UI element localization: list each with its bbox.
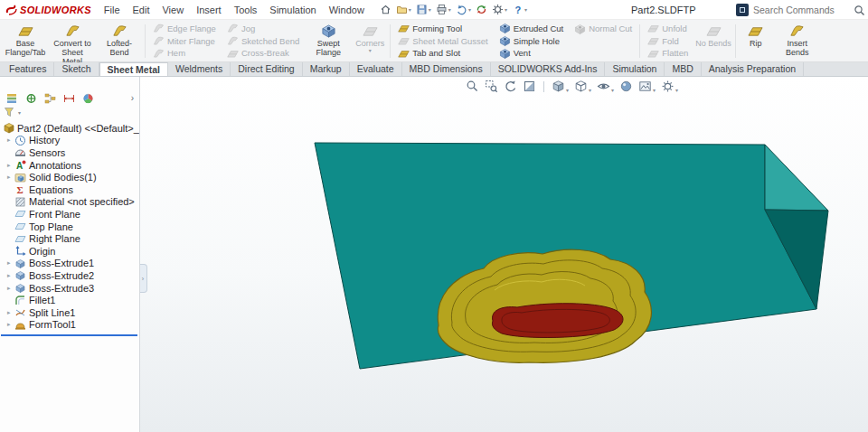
tree-item-formtool1[interactable]: ▸FormTool1 [0, 319, 139, 332]
tab-analysis-preparation[interactable]: Analysis Preparation [702, 62, 804, 76]
tree-item-material[interactable]: Material <not specified> [0, 196, 139, 209]
tree-item-history[interactable]: ▸History [0, 135, 139, 147]
tab-evaluate[interactable]: Evaluate [350, 62, 402, 76]
help-button[interactable]: ?▾ [510, 3, 529, 16]
rebuild-button[interactable] [474, 3, 489, 16]
open-button[interactable]: ▾ [394, 3, 413, 16]
expand-arrow-icon[interactable]: ▸ [7, 321, 14, 328]
ribbon-button-insert-bends[interactable]: Insert Bends [774, 21, 821, 61]
tab-mbd-dimensions[interactable]: MBD Dimensions [402, 62, 491, 76]
ribbon-button-sketched-bend[interactable]: Sketched Bend [224, 35, 302, 48]
rollback-bar[interactable] [1, 334, 137, 336]
tree-item-top-plane[interactable]: Top Plane [0, 221, 139, 233]
tree-item-fillet1[interactable]: Fillet1 [0, 294, 139, 306]
section-view-button[interactable] [523, 80, 536, 93]
expand-arrow-icon[interactable]: ▸ [7, 174, 14, 181]
menu-insert[interactable]: Insert [190, 3, 228, 17]
ribbon-button-sheet-metal-gusset[interactable]: Sheet Metal Gusset [395, 35, 490, 48]
apply-scene-button[interactable]: ▾ [638, 80, 656, 93]
tab-simulation[interactable]: Simulation [605, 62, 665, 76]
ribbon-button-edge-flange[interactable]: Edge Flange [150, 23, 219, 35]
ribbon-button-vent[interactable]: Vent [496, 47, 566, 60]
ribbon-button-fold[interactable]: Fold [645, 35, 691, 48]
tree-item-split-line1[interactable]: ▸Split Line1 [0, 306, 139, 319]
graphics-viewport[interactable]: ▾ ▾ ▾ ▾ ▾ › [140, 77, 868, 432]
tree-item-solid-bodies[interactable]: ▸Solid Bodies(1) [0, 171, 139, 183]
ribbon-button-jog[interactable]: Jog [224, 23, 302, 35]
ribbon-button-hem[interactable]: Hem [150, 47, 219, 60]
search-icon[interactable] [854, 5, 865, 16]
ribbon-button-miter-flange[interactable]: Miter Flange [150, 35, 219, 48]
expand-arrow-icon[interactable]: ▸ [7, 309, 14, 316]
tree-item-part-root[interactable]: Part2 (Default) <<Default>_Displ [0, 122, 139, 135]
tree-item-equations[interactable]: Equations [0, 183, 139, 196]
ribbon-button-simple-hole[interactable]: Simple Hole [496, 35, 566, 48]
ribbon-button-lofted-bend[interactable]: Lofted-Bend [96, 21, 143, 61]
featuremanager-tab[interactable] [5, 92, 18, 104]
search-scope-button[interactable] [736, 4, 749, 16]
filter-funnel-icon[interactable] [4, 107, 14, 117]
search-input[interactable] [753, 5, 849, 15]
tree-item-origin[interactable]: Origin [0, 245, 139, 258]
model-right-end-face[interactable] [765, 145, 828, 211]
print-button[interactable]: ▾ [434, 3, 453, 16]
panel-expand-chevron-icon[interactable]: › [131, 94, 134, 103]
tab-solidworks-add-ins[interactable]: SOLIDWORKS Add-Ins [491, 62, 606, 76]
menu-simulation[interactable]: Simulation [263, 3, 322, 17]
tree-item-sensors[interactable]: Sensors [0, 146, 139, 159]
expand-arrow-icon[interactable]: ▸ [7, 136, 14, 144]
ribbon-button-forming-tool[interactable]: Forming Tool [395, 23, 490, 35]
tree-item-boss-extrude1[interactable]: ▸Boss-Extrude1 [0, 258, 139, 270]
tree-item-boss-extrude2[interactable]: ▸Boss-Extrude2 [0, 269, 139, 282]
tab-weldments[interactable]: Weldments [168, 62, 231, 76]
expand-arrow-icon[interactable]: ▸ [7, 259, 14, 267]
ribbon-button-unfold[interactable]: Unfold [645, 23, 691, 35]
menu-view[interactable]: View [156, 3, 190, 17]
expand-arrow-icon[interactable]: ▸ [7, 162, 14, 169]
tree-item-annotations[interactable]: ▸Annotations [0, 159, 139, 172]
menu-tools[interactable]: Tools [228, 3, 264, 17]
expand-arrow-icon[interactable]: ▸ [7, 272, 14, 279]
dimxpertmanager-tab[interactable] [62, 92, 75, 104]
tab-direct-editing[interactable]: Direct Editing [231, 62, 302, 76]
ribbon-button-tab-and-slot[interactable]: Tab and Slot [395, 47, 490, 60]
view-settings-button[interactable]: ▾ [661, 80, 678, 93]
tree-item-front-plane[interactable]: Front Plane [0, 208, 139, 221]
tab-sheet-metal[interactable]: Sheet Metal [99, 62, 168, 76]
options-button[interactable]: ▾ [490, 3, 509, 16]
ribbon-button-flatten[interactable]: Flatten [645, 47, 691, 60]
zoom-to-area-button[interactable] [485, 80, 498, 93]
tree-item-right-plane[interactable]: Right Plane [0, 232, 139, 245]
ribbon-button-base-flange-tab[interactable]: Base Flange/Tab [2, 21, 49, 61]
tab-sketch[interactable]: Sketch [54, 62, 99, 76]
undo-button[interactable]: ▾ [454, 3, 473, 16]
displaymanager-tab[interactable] [81, 92, 94, 104]
ribbon-button-cross-break[interactable]: Cross-Break [224, 47, 302, 60]
menu-edit[interactable]: Edit [127, 3, 156, 17]
zoom-to-fit-button[interactable] [466, 80, 479, 93]
ribbon-button-corners[interactable]: Corners ▾ [352, 21, 388, 61]
ribbon-button-swept-flange[interactable]: Swept Flange [305, 21, 352, 61]
ribbon-button-rip[interactable]: Rip [738, 21, 774, 61]
hide-show-items-button[interactable]: ▾ [597, 80, 614, 93]
edit-appearance-button[interactable] [619, 80, 633, 93]
tab-features[interactable]: Features [2, 62, 54, 76]
model-3d-view[interactable] [140, 77, 868, 432]
save-button[interactable]: ▾ [414, 3, 433, 16]
menu-window[interactable]: Window [323, 3, 371, 17]
tab-mbd[interactable]: MBD [665, 62, 701, 76]
previous-view-button[interactable] [504, 80, 517, 93]
propertymanager-tab[interactable] [24, 92, 37, 104]
tree-item-boss-extrude3[interactable]: ▸Boss-Extrude3 [0, 282, 139, 295]
ribbon-button-normal-cut[interactable]: Normal Cut [571, 23, 635, 36]
expand-arrow-icon[interactable]: ▸ [7, 285, 14, 292]
ribbon-button-extruded-cut[interactable]: Extruded Cut [496, 23, 566, 35]
home-button[interactable] [378, 3, 393, 16]
ribbon-button-convert-to-sheet-metal[interactable]: Convert to Sheet Metal [49, 21, 96, 61]
panel-splitter-handle[interactable]: › [139, 264, 147, 293]
display-style-button[interactable]: ▾ [574, 80, 591, 93]
view-orientation-button[interactable]: ▾ [552, 80, 569, 93]
ribbon-button-no-bends[interactable]: No Bends [693, 21, 733, 61]
menu-file[interactable]: File [98, 3, 127, 17]
configurationmanager-tab[interactable] [43, 92, 56, 104]
